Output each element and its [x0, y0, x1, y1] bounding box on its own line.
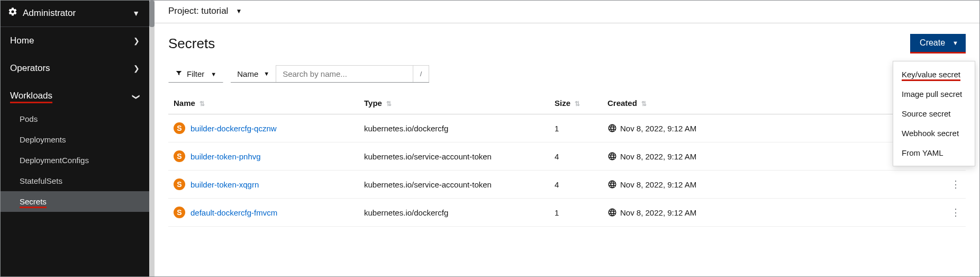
sort-icon: ⇅: [199, 100, 205, 108]
col-header-size[interactable]: Size⇅: [549, 92, 602, 114]
cell-size: 4: [549, 142, 602, 171]
secret-badge-icon: S: [174, 207, 185, 218]
perspective-switcher[interactable]: Administrator ▼: [1, 1, 149, 27]
secrets-table: Name⇅ Type⇅ Size⇅ Created⇅ Sbuilder-dock…: [168, 92, 966, 227]
sidebar-item-label: Secrets: [20, 197, 47, 208]
filter-icon: [175, 69, 183, 78]
chevron-right-icon: ❯: [133, 37, 140, 45]
secret-link[interactable]: builder-token-pnhvg: [190, 152, 261, 161]
project-label: Project: tutorial: [168, 6, 228, 16]
table-row: Sdefault-dockercfg-fmvcmkubernetes.io/do…: [168, 199, 966, 227]
sidebar-item-workloads[interactable]: Workloads ❯: [1, 82, 149, 109]
sort-icon: ⇅: [641, 100, 647, 108]
main-content: Project: tutorial ▼ Secrets Create ▼ Fil…: [155, 1, 979, 276]
sidebar-item-operators[interactable]: Operators ❯: [1, 55, 149, 82]
cell-size: 1: [549, 199, 602, 227]
caret-down-icon: ▼: [132, 9, 140, 17]
sidebar-item-label: Workloads: [10, 91, 52, 103]
create-button-label: Create: [920, 38, 945, 48]
col-header-created[interactable]: Created⇅: [602, 92, 939, 114]
cell-size: 1: [549, 114, 602, 142]
sidebar-item-pods[interactable]: Pods: [1, 109, 149, 129]
sort-icon: ⇅: [386, 100, 392, 108]
create-menu-keyvalue[interactable]: Key/value secret: [893, 65, 975, 84]
sidebar-item-label: StatefulSets: [20, 176, 62, 185]
caret-down-icon: ▼: [211, 71, 216, 77]
chevron-down-icon: ❯: [132, 94, 141, 100]
create-button[interactable]: Create ▼: [910, 34, 966, 53]
cell-type: kubernetes.io/service-account-token: [359, 142, 549, 171]
sort-icon: ⇅: [575, 100, 580, 108]
create-menu-imagepull[interactable]: Image pull secret: [893, 84, 975, 104]
globe-icon: [607, 151, 617, 161]
sidebar-scrollbar[interactable]: [149, 1, 155, 276]
secret-badge-icon: S: [174, 122, 185, 134]
search-group: Name ▼ /: [231, 65, 429, 83]
cell-created: Nov 8, 2022, 9:12 AM: [602, 199, 939, 227]
globe-icon: [607, 208, 617, 217]
sidebar-item-deployments[interactable]: Deployments: [1, 129, 149, 150]
table-row: Sbuilder-token-pnhvgkubernetes.io/servic…: [168, 142, 966, 171]
search-type-dropdown[interactable]: Name ▼: [231, 65, 276, 82]
sidebar-item-label: Home: [10, 35, 34, 46]
search-type-label: Name: [237, 69, 258, 78]
globe-icon: [607, 180, 617, 189]
cell-created: Nov 8, 2022, 9:12 AM: [602, 142, 939, 171]
cell-created: Nov 8, 2022, 9:12 AM: [602, 114, 939, 142]
chevron-right-icon: ❯: [133, 64, 140, 73]
cell-type: kubernetes.io/service-account-token: [359, 171, 549, 199]
perspective-label: Administrator: [23, 8, 76, 19]
gear-icon: [8, 7, 17, 19]
secret-link[interactable]: builder-dockercfg-qcznw: [190, 124, 277, 133]
filter-label: Filter: [187, 69, 204, 78]
filter-dropdown[interactable]: Filter ▼: [168, 65, 223, 83]
secret-link[interactable]: default-dockercfg-fmvcm: [190, 208, 277, 217]
create-dropdown-menu: Key/value secret Image pull secret Sourc…: [893, 61, 975, 166]
caret-down-icon: ▼: [235, 7, 242, 15]
sidebar-item-label: Deployments: [20, 135, 66, 144]
secret-badge-icon: S: [174, 178, 185, 190]
cell-type: kubernetes.io/dockercfg: [359, 114, 549, 142]
create-menu-yaml[interactable]: From YAML: [893, 143, 975, 163]
kebab-menu-icon[interactable]: ⋮: [951, 207, 960, 218]
toolbar: Filter ▼ Name ▼ /: [168, 65, 966, 83]
create-menu-source[interactable]: Source secret: [893, 104, 975, 123]
sidebar-item-deploymentconfigs[interactable]: DeploymentConfigs: [1, 150, 149, 171]
cell-created: Nov 8, 2022, 9:12 AM: [602, 171, 939, 199]
caret-down-icon: ▼: [264, 70, 269, 77]
page-title: Secrets: [168, 35, 215, 52]
cell-type: kubernetes.io/dockercfg: [359, 199, 549, 227]
caret-down-icon: ▼: [952, 40, 958, 46]
secret-link[interactable]: builder-token-xqgrn: [190, 180, 259, 189]
project-selector[interactable]: Project: tutorial ▼: [168, 6, 242, 16]
globe-icon: [607, 123, 617, 133]
cell-size: 4: [549, 171, 602, 199]
sidebar-item-label: Pods: [20, 114, 38, 123]
sidebar-item-label: Operators: [10, 63, 50, 74]
search-input[interactable]: [276, 65, 413, 82]
sidebar-item-statefulsets[interactable]: StatefulSets: [1, 171, 149, 191]
table-row: Sbuilder-dockercfg-qcznwkubernetes.io/do…: [168, 114, 966, 142]
secret-badge-icon: S: [174, 150, 185, 162]
create-menu-webhook[interactable]: Webhook secret: [893, 123, 975, 143]
keyboard-shortcut-badge: /: [413, 65, 429, 82]
sidebar-item-label: DeploymentConfigs: [20, 156, 89, 165]
sidebar: Administrator ▼ Home ❯ Operators ❯ Workl…: [1, 1, 149, 276]
table-row: Sbuilder-token-xqgrnkubernetes.io/servic…: [168, 171, 966, 199]
kebab-menu-icon[interactable]: ⋮: [951, 179, 960, 190]
workloads-submenu: Pods Deployments DeploymentConfigs State…: [1, 109, 149, 212]
project-bar: Project: tutorial ▼: [155, 1, 979, 23]
col-header-name[interactable]: Name⇅: [168, 92, 359, 114]
sidebar-item-home[interactable]: Home ❯: [1, 27, 149, 55]
sidebar-item-secrets[interactable]: Secrets: [1, 191, 149, 212]
col-header-type[interactable]: Type⇅: [359, 92, 549, 114]
